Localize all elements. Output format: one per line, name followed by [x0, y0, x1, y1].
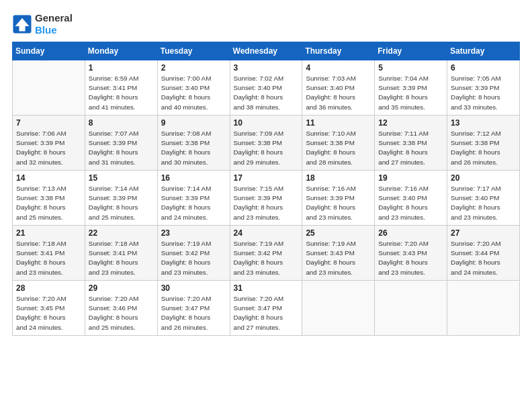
- day-info: Sunrise: 7:14 AMSunset: 3:39 PMDaylight:…: [161, 184, 226, 222]
- day-number: 1: [89, 63, 154, 73]
- day-number: 11: [306, 118, 371, 128]
- calendar-cell: [375, 281, 447, 336]
- calendar-cell: 23Sunrise: 7:19 AMSunset: 3:42 PMDayligh…: [157, 226, 230, 281]
- calendar-cell: 5Sunrise: 7:04 AMSunset: 3:39 PMDaylight…: [375, 60, 447, 116]
- calendar-cell: 30Sunrise: 7:20 AMSunset: 3:47 PMDayligh…: [157, 281, 230, 336]
- calendar-cell: [13, 60, 85, 116]
- day-info: Sunrise: 7:13 AMSunset: 3:38 PMDaylight:…: [16, 184, 81, 222]
- day-number: 6: [451, 63, 516, 73]
- calendar-cell: 8Sunrise: 7:07 AMSunset: 3:39 PMDaylight…: [85, 116, 157, 171]
- day-info: Sunrise: 7:20 AMSunset: 3:46 PMDaylight:…: [89, 294, 154, 332]
- calendar-cell: 16Sunrise: 7:14 AMSunset: 3:39 PMDayligh…: [157, 171, 230, 226]
- day-info: Sunrise: 7:02 AMSunset: 3:40 PMDaylight:…: [234, 74, 299, 112]
- calendar-cell: 27Sunrise: 7:20 AMSunset: 3:44 PMDayligh…: [447, 226, 520, 281]
- calendar-cell: 17Sunrise: 7:15 AMSunset: 3:39 PMDayligh…: [230, 171, 302, 226]
- day-info: Sunrise: 7:04 AMSunset: 3:39 PMDaylight:…: [378, 74, 443, 112]
- day-number: 15: [89, 173, 154, 183]
- day-number: 30: [161, 283, 226, 293]
- calendar-cell: 18Sunrise: 7:16 AMSunset: 3:39 PMDayligh…: [302, 171, 375, 226]
- calendar-cell: 15Sunrise: 7:14 AMSunset: 3:39 PMDayligh…: [85, 171, 157, 226]
- weekday-header-saturday: Saturday: [447, 42, 520, 60]
- day-number: 8: [89, 118, 154, 128]
- day-info: Sunrise: 7:20 AMSunset: 3:47 PMDaylight:…: [234, 294, 299, 332]
- day-number: 3: [234, 63, 299, 73]
- day-number: 18: [306, 173, 371, 183]
- day-number: 4: [306, 63, 371, 73]
- calendar-cell: 26Sunrise: 7:20 AMSunset: 3:43 PMDayligh…: [375, 226, 447, 281]
- calendar-cell: 20Sunrise: 7:17 AMSunset: 3:40 PMDayligh…: [447, 171, 520, 226]
- calendar-cell: [447, 281, 520, 336]
- calendar-cell: 12Sunrise: 7:11 AMSunset: 3:38 PMDayligh…: [375, 116, 447, 171]
- page: General Blue SundayMondayTuesdayWednesda…: [0, 0, 532, 411]
- day-number: 7: [16, 118, 81, 128]
- calendar-cell: 4Sunrise: 7:03 AMSunset: 3:40 PMDaylight…: [302, 60, 375, 116]
- day-number: 29: [89, 283, 154, 293]
- day-number: 16: [161, 173, 226, 183]
- day-info: Sunrise: 7:07 AMSunset: 3:39 PMDaylight:…: [89, 129, 154, 167]
- day-number: 19: [378, 173, 443, 183]
- calendar-cell: 21Sunrise: 7:18 AMSunset: 3:41 PMDayligh…: [13, 226, 85, 281]
- calendar-cell: 13Sunrise: 7:12 AMSunset: 3:38 PMDayligh…: [447, 116, 520, 171]
- day-info: Sunrise: 7:19 AMSunset: 3:43 PMDaylight:…: [306, 239, 371, 277]
- day-info: Sunrise: 7:14 AMSunset: 3:39 PMDaylight:…: [89, 184, 154, 222]
- day-number: 31: [234, 283, 299, 293]
- day-info: Sunrise: 7:08 AMSunset: 3:38 PMDaylight:…: [161, 129, 226, 167]
- day-number: 28: [16, 283, 81, 293]
- calendar-cell: 29Sunrise: 7:20 AMSunset: 3:46 PMDayligh…: [85, 281, 157, 336]
- day-number: 5: [378, 63, 443, 73]
- day-info: Sunrise: 7:09 AMSunset: 3:38 PMDaylight:…: [234, 129, 299, 167]
- logo: General Blue: [12, 12, 73, 36]
- calendar-cell: 7Sunrise: 7:06 AMSunset: 3:39 PMDaylight…: [13, 116, 85, 171]
- calendar-cell: 2Sunrise: 7:00 AMSunset: 3:40 PMDaylight…: [157, 60, 230, 116]
- calendar-week-row: 14Sunrise: 7:13 AMSunset: 3:38 PMDayligh…: [13, 171, 520, 226]
- day-info: Sunrise: 7:15 AMSunset: 3:39 PMDaylight:…: [234, 184, 299, 222]
- day-info: Sunrise: 6:59 AMSunset: 3:41 PMDaylight:…: [89, 74, 154, 112]
- calendar-week-row: 28Sunrise: 7:20 AMSunset: 3:45 PMDayligh…: [13, 281, 520, 336]
- calendar-table: SundayMondayTuesdayWednesdayThursdayFrid…: [12, 42, 520, 336]
- day-info: Sunrise: 7:16 AMSunset: 3:40 PMDaylight:…: [378, 184, 443, 222]
- calendar-cell: 3Sunrise: 7:02 AMSunset: 3:40 PMDaylight…: [230, 60, 302, 116]
- day-number: 10: [234, 118, 299, 128]
- day-number: 14: [16, 173, 81, 183]
- day-number: 9: [161, 118, 226, 128]
- day-number: 25: [306, 228, 371, 238]
- calendar-cell: 14Sunrise: 7:13 AMSunset: 3:38 PMDayligh…: [13, 171, 85, 226]
- calendar-week-row: 1Sunrise: 6:59 AMSunset: 3:41 PMDaylight…: [13, 60, 520, 116]
- calendar-cell: 6Sunrise: 7:05 AMSunset: 3:39 PMDaylight…: [447, 60, 520, 116]
- day-info: Sunrise: 7:20 AMSunset: 3:44 PMDaylight:…: [451, 239, 516, 277]
- day-info: Sunrise: 7:10 AMSunset: 3:38 PMDaylight:…: [306, 129, 371, 167]
- calendar-cell: [302, 281, 375, 336]
- day-info: Sunrise: 7:19 AMSunset: 3:42 PMDaylight:…: [161, 239, 226, 277]
- weekday-header-tuesday: Tuesday: [157, 42, 230, 60]
- day-info: Sunrise: 7:18 AMSunset: 3:41 PMDaylight:…: [16, 239, 81, 277]
- day-number: 23: [161, 228, 226, 238]
- calendar-cell: 10Sunrise: 7:09 AMSunset: 3:38 PMDayligh…: [230, 116, 302, 171]
- calendar-cell: 9Sunrise: 7:08 AMSunset: 3:38 PMDaylight…: [157, 116, 230, 171]
- day-number: 2: [161, 63, 226, 73]
- day-info: Sunrise: 7:20 AMSunset: 3:43 PMDaylight:…: [378, 239, 443, 277]
- weekday-header-monday: Monday: [85, 42, 157, 60]
- day-info: Sunrise: 7:19 AMSunset: 3:42 PMDaylight:…: [234, 239, 299, 277]
- day-info: Sunrise: 7:00 AMSunset: 3:40 PMDaylight:…: [161, 74, 226, 112]
- svg-rect-2: [19, 26, 26, 32]
- day-number: 21: [16, 228, 81, 238]
- weekday-header-wednesday: Wednesday: [230, 42, 302, 60]
- day-info: Sunrise: 7:11 AMSunset: 3:38 PMDaylight:…: [378, 129, 443, 167]
- calendar-cell: 25Sunrise: 7:19 AMSunset: 3:43 PMDayligh…: [302, 226, 375, 281]
- weekday-header-thursday: Thursday: [302, 42, 375, 60]
- day-info: Sunrise: 7:05 AMSunset: 3:39 PMDaylight:…: [451, 74, 516, 112]
- day-info: Sunrise: 7:17 AMSunset: 3:40 PMDaylight:…: [451, 184, 516, 222]
- day-info: Sunrise: 7:20 AMSunset: 3:45 PMDaylight:…: [16, 294, 81, 332]
- day-number: 13: [451, 118, 516, 128]
- day-info: Sunrise: 7:03 AMSunset: 3:40 PMDaylight:…: [306, 74, 371, 112]
- logo-text: General Blue: [35, 12, 73, 36]
- header: General Blue: [12, 12, 520, 36]
- calendar-week-row: 7Sunrise: 7:06 AMSunset: 3:39 PMDaylight…: [13, 116, 520, 171]
- day-number: 26: [378, 228, 443, 238]
- weekday-header-sunday: Sunday: [13, 42, 85, 60]
- day-info: Sunrise: 7:16 AMSunset: 3:39 PMDaylight:…: [306, 184, 371, 222]
- weekday-header-row: SundayMondayTuesdayWednesdayThursdayFrid…: [13, 42, 520, 60]
- weekday-header-friday: Friday: [375, 42, 447, 60]
- calendar-cell: 31Sunrise: 7:20 AMSunset: 3:47 PMDayligh…: [230, 281, 302, 336]
- calendar-cell: 11Sunrise: 7:10 AMSunset: 3:38 PMDayligh…: [302, 116, 375, 171]
